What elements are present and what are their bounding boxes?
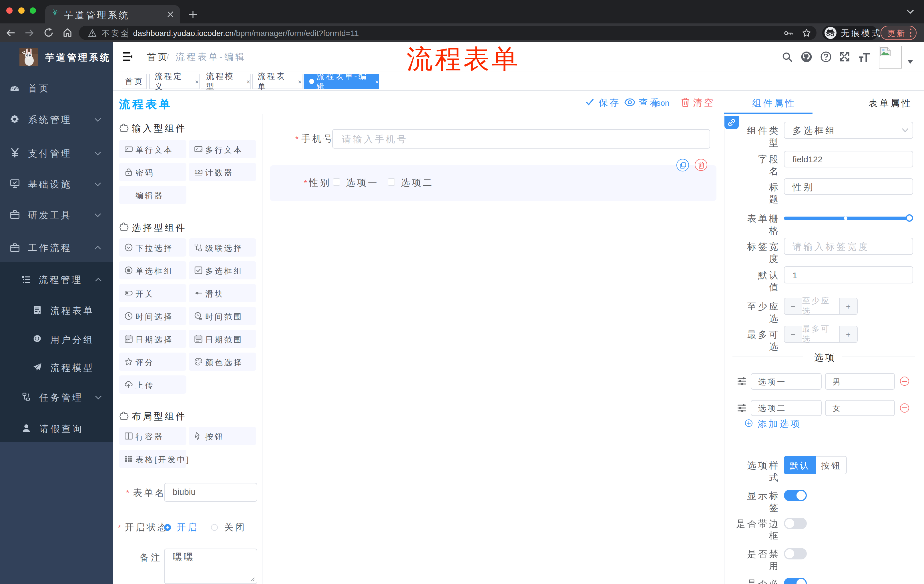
svg-text:123: 123 — [195, 169, 202, 175]
